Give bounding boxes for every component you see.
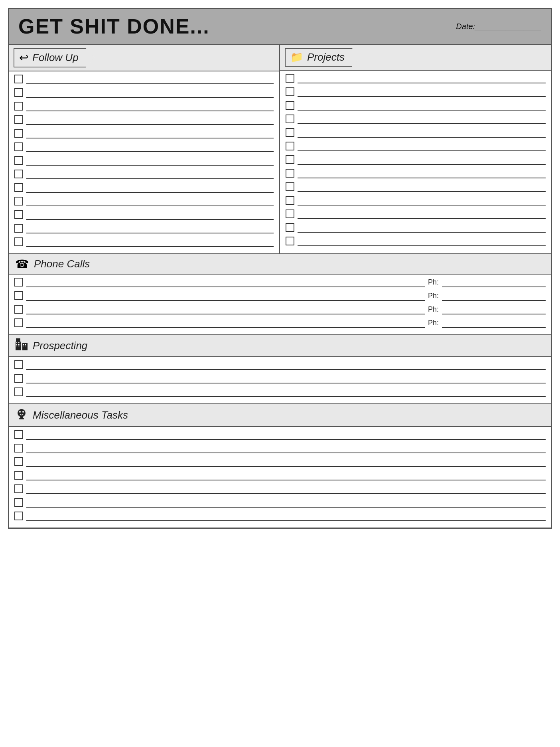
name-line xyxy=(26,306,425,314)
checkbox[interactable] xyxy=(14,430,23,439)
checkbox[interactable] xyxy=(286,87,294,96)
checkbox[interactable] xyxy=(286,169,294,178)
checkbox[interactable] xyxy=(286,182,294,191)
checkbox[interactable] xyxy=(14,224,23,233)
svg-rect-5 xyxy=(20,342,20,343)
page-title: GET SHIT DONE... xyxy=(18,14,210,38)
prospecting-section: Prospecting xyxy=(9,335,551,404)
list-item xyxy=(286,209,546,219)
checkbox[interactable] xyxy=(14,360,23,369)
checkbox[interactable] xyxy=(14,444,23,453)
checkbox[interactable] xyxy=(14,115,23,124)
checkbox[interactable] xyxy=(14,210,23,219)
svg-point-20 xyxy=(22,411,24,413)
checkbox[interactable] xyxy=(286,128,294,137)
checkbox[interactable] xyxy=(14,512,23,520)
line xyxy=(298,183,546,192)
building-icon xyxy=(15,338,28,353)
list-item xyxy=(286,128,546,138)
svg-rect-6 xyxy=(16,344,17,345)
checkbox[interactable] xyxy=(286,74,294,83)
svg-rect-1 xyxy=(16,338,20,342)
svg-rect-13 xyxy=(25,344,26,345)
checkbox[interactable] xyxy=(14,183,23,192)
checkbox[interactable] xyxy=(14,102,23,111)
svg-point-16 xyxy=(18,409,26,417)
checkbox[interactable] xyxy=(14,129,23,138)
ph-label: Ph: xyxy=(428,292,439,300)
date-field[interactable]: Date:_______________ xyxy=(456,22,542,31)
list-item xyxy=(14,197,274,206)
list-item xyxy=(286,155,546,165)
svg-rect-10 xyxy=(18,346,19,346)
prospecting-label: Prospecting xyxy=(33,340,87,352)
checkbox[interactable] xyxy=(286,142,294,150)
checkbox[interactable] xyxy=(14,498,23,507)
phone-calls-label: Phone Calls xyxy=(34,258,90,270)
checkbox[interactable] xyxy=(14,305,23,314)
line xyxy=(298,237,546,246)
checkbox[interactable] xyxy=(14,237,23,246)
checkbox[interactable] xyxy=(14,374,23,383)
checkbox[interactable] xyxy=(14,484,23,493)
line xyxy=(26,75,274,84)
line xyxy=(26,198,274,206)
checkbox[interactable] xyxy=(14,387,23,396)
list-item xyxy=(14,156,274,166)
ph-label: Ph: xyxy=(428,278,439,287)
svg-rect-2 xyxy=(22,343,28,350)
list-item xyxy=(14,387,546,397)
line xyxy=(298,142,546,151)
line xyxy=(26,445,546,453)
checkbox[interactable] xyxy=(14,291,23,300)
line xyxy=(26,388,546,397)
line xyxy=(298,102,546,111)
checkbox[interactable] xyxy=(14,197,23,206)
checkbox[interactable] xyxy=(14,318,23,327)
phone-calls-section: ☎ Phone Calls Ph: Ph: Ph: xyxy=(9,254,551,335)
checkbox[interactable] xyxy=(286,115,294,123)
follow-up-list xyxy=(9,71,279,253)
line xyxy=(298,75,546,83)
checkbox[interactable] xyxy=(286,155,294,164)
projects-header: 📁 Projects xyxy=(280,45,551,71)
checkbox[interactable] xyxy=(286,237,294,245)
list-item xyxy=(286,196,546,206)
checkbox[interactable] xyxy=(286,223,294,232)
line xyxy=(26,103,274,111)
projects-label: Projects xyxy=(307,51,345,63)
list-item: Ph: xyxy=(14,291,546,301)
checkbox[interactable] xyxy=(286,209,294,218)
checkbox[interactable] xyxy=(286,196,294,205)
checkbox[interactable] xyxy=(14,170,23,178)
list-item xyxy=(286,237,546,246)
list-item xyxy=(14,360,546,370)
line xyxy=(26,238,274,247)
list-item xyxy=(286,101,546,111)
checkbox[interactable] xyxy=(14,142,23,151)
line xyxy=(298,115,546,124)
folder-icon: 📁 xyxy=(290,51,303,63)
line xyxy=(26,170,274,179)
line xyxy=(298,170,546,178)
list-item xyxy=(14,210,274,220)
checkbox[interactable] xyxy=(14,278,23,287)
checkbox[interactable] xyxy=(14,471,23,480)
list-item xyxy=(286,223,546,233)
list-item xyxy=(14,498,546,508)
follow-up-header: ↩ Follow Up xyxy=(9,45,279,71)
checkbox[interactable] xyxy=(14,88,23,97)
list-item xyxy=(286,169,546,178)
prospecting-header: Prospecting xyxy=(9,335,551,357)
line xyxy=(26,458,546,467)
checkbox[interactable] xyxy=(14,75,23,83)
checkbox[interactable] xyxy=(14,457,23,466)
checkbox[interactable] xyxy=(14,156,23,165)
misc-list xyxy=(9,427,551,528)
two-col-section: ↩ Follow Up xyxy=(9,45,551,254)
svg-rect-4 xyxy=(18,342,19,343)
follow-up-column: ↩ Follow Up xyxy=(9,45,280,253)
phone-icon: ☎ xyxy=(15,257,29,271)
line xyxy=(26,116,274,125)
checkbox[interactable] xyxy=(286,101,294,110)
